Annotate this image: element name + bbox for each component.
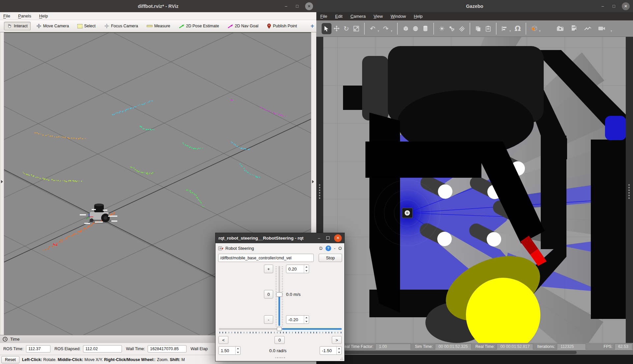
menu-edit[interactable]: Edit <box>335 14 342 19</box>
move-camera-tool-button[interactable]: Move Camera <box>33 22 72 30</box>
snap-button[interactable]: Ω <box>513 23 523 34</box>
gazebo-right-panel-splitter[interactable] <box>626 37 633 343</box>
left-panel-collapsed-strip[interactable] <box>0 32 4 335</box>
copy-button[interactable] <box>473 23 483 34</box>
gazebo-titlebar[interactable]: Gazebo – □ ✕ <box>316 0 633 12</box>
video-caret-icon[interactable]: ▾ <box>611 29 614 33</box>
spot-light-button[interactable] <box>447 23 457 34</box>
spin-up-icon[interactable] <box>236 347 240 351</box>
spin-down-icon[interactable] <box>304 320 309 324</box>
directional-light-button[interactable] <box>457 23 467 34</box>
dock-float-button[interactable]: O <box>338 246 342 251</box>
menu-panels[interactable]: Panels <box>18 13 31 18</box>
rviz-titlebar[interactable]: diffbot.rviz* - RViz – □ ✕ <box>0 0 316 12</box>
cursor-icon <box>324 26 329 32</box>
view-angle-caret-icon[interactable]: ▾ <box>539 29 542 33</box>
undo-history-caret-icon[interactable]: ▾ <box>378 29 381 33</box>
focus-camera-tool-button[interactable]: Focus Camera <box>101 22 141 30</box>
insert-sphere-button[interactable] <box>411 23 420 34</box>
spin-up-icon[interactable] <box>304 316 309 320</box>
rotate-tool-button[interactable]: ↻ <box>341 23 351 34</box>
rqt-titlebar[interactable]: rqt_robot_steering__RobotSteering - rqt … <box>216 233 344 243</box>
angular-slider-handle[interactable] <box>277 327 282 331</box>
nav-goal-tool-button[interactable]: 2D Nav Goal <box>225 22 262 30</box>
linear-zero-button[interactable]: 0 <box>264 290 273 299</box>
measure-tool-button[interactable]: Measure <box>144 22 173 30</box>
select-tool-button[interactable]: Select <box>74 22 99 30</box>
undo-button[interactable]: ↶ <box>368 23 378 34</box>
menu-file[interactable]: File <box>320 14 327 19</box>
help-icon[interactable]: ? <box>326 246 331 251</box>
angular-max-spinbox[interactable]: 1.50 <box>218 346 241 355</box>
wall-time-field[interactable]: 1628417070.85 <box>148 345 187 352</box>
gazebo-3d-scene[interactable] <box>323 37 626 343</box>
pose-estimate-tool-button[interactable]: 2D Pose Estimate <box>176 22 222 30</box>
close-icon[interactable]: ✕ <box>334 234 342 242</box>
ros-time-field[interactable]: 112.37 <box>26 345 50 352</box>
close-icon[interactable]: ✕ <box>622 2 630 10</box>
log-record-button[interactable]: LOG <box>569 23 579 34</box>
minimize-icon[interactable]: – <box>599 4 606 9</box>
add-display-button[interactable]: + <box>308 22 317 30</box>
menu-view[interactable]: View <box>374 14 383 19</box>
topic-input[interactable]: /diffbot/mobile_base_controller/cmd_vel <box>218 254 314 262</box>
screenshot-button[interactable] <box>555 23 565 34</box>
resize-grip[interactable] <box>275 357 285 358</box>
stop-button[interactable]: Stop <box>319 254 342 262</box>
point-light-button[interactable]: ☀ <box>437 23 447 34</box>
translate-tool-button[interactable] <box>331 23 341 34</box>
dock-minimize-button[interactable]: - <box>334 246 335 251</box>
menu-help[interactable]: Help <box>414 14 423 19</box>
menu-camera[interactable]: Camera <box>350 14 365 19</box>
scrollbar-thumb[interactable] <box>343 351 577 354</box>
linear-slider-handle[interactable] <box>276 292 282 297</box>
corner-resize-grip[interactable] <box>340 357 343 360</box>
select-tool-button[interactable] <box>322 23 331 34</box>
plot-button[interactable] <box>583 23 593 34</box>
angular-zero-button[interactable]: 0 <box>274 336 285 344</box>
minimize-icon[interactable]: – <box>283 4 289 9</box>
menu-help[interactable]: Help <box>39 13 48 18</box>
spin-down-icon[interactable] <box>337 351 341 354</box>
insert-box-button[interactable] <box>401 23 411 34</box>
paste-button[interactable] <box>483 23 493 34</box>
minimize-icon[interactable]: – <box>316 236 322 241</box>
redo-history-caret-icon[interactable]: ▾ <box>391 29 394 33</box>
insert-cylinder-button[interactable] <box>420 23 430 34</box>
log-icon: LOG <box>571 25 577 32</box>
angular-right-button[interactable]: > <box>332 336 342 344</box>
angular-left-button[interactable]: < <box>218 336 228 344</box>
view-angle-button[interactable] <box>529 23 539 34</box>
maximize-icon[interactable]: □ <box>611 4 617 9</box>
maximize-icon[interactable]: □ <box>294 4 301 9</box>
fps-label: FPS: <box>604 344 613 349</box>
reset-button[interactable]: Reset <box>1 356 19 363</box>
ros-elapsed-field[interactable]: 112.02 <box>83 345 122 352</box>
align-button[interactable] <box>500 23 509 34</box>
menu-window[interactable]: Window <box>391 14 406 19</box>
linear-max-spinbox[interactable]: 0.20 <box>286 265 309 273</box>
expand-left-panel-icon[interactable] <box>1 180 3 183</box>
expand-right-panel-icon[interactable] <box>312 180 314 183</box>
align-caret-icon[interactable]: ▾ <box>509 29 513 33</box>
interact-tool-button[interactable]: Interact <box>4 22 31 30</box>
maximize-icon[interactable] <box>325 236 331 241</box>
redo-button[interactable]: ↷ <box>381 23 391 34</box>
spin-down-icon[interactable] <box>236 351 240 354</box>
horizontal-scrollbar[interactable] <box>316 350 633 355</box>
video-record-button[interactable] <box>597 23 607 34</box>
menu-file[interactable]: File <box>3 13 10 18</box>
close-icon[interactable]: ✕ <box>305 2 313 10</box>
linear-decrease-button[interactable]: - <box>264 315 273 324</box>
spin-up-icon[interactable] <box>304 265 309 269</box>
time-panel-title: Time <box>10 337 19 342</box>
spin-up-icon[interactable] <box>337 347 341 351</box>
publish-point-tool-button[interactable]: Publish Point <box>264 22 300 30</box>
diffbot-robot-model <box>80 202 119 225</box>
dock-d-button[interactable]: D <box>319 246 322 251</box>
linear-increase-button[interactable]: + <box>264 265 273 273</box>
angular-min-spinbox[interactable]: -1.50 <box>320 346 342 355</box>
linear-min-spinbox[interactable]: -0.20 <box>286 315 309 324</box>
spin-down-icon[interactable] <box>304 269 309 273</box>
scale-tool-button[interactable] <box>351 23 361 34</box>
